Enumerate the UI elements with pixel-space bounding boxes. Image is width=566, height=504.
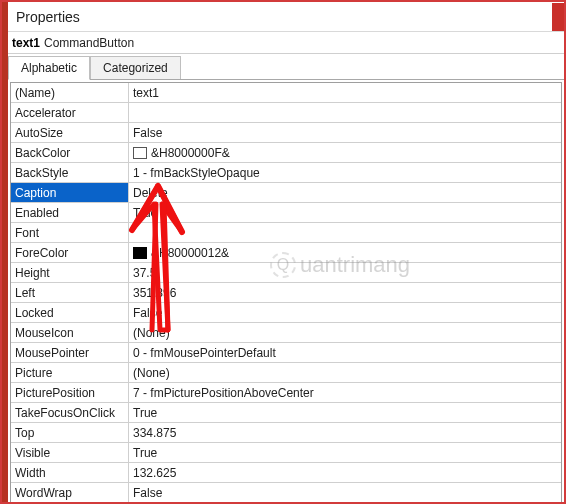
prop-name: Font — [11, 223, 129, 242]
color-swatch-icon — [133, 147, 147, 159]
prop-row-backstyle[interactable]: BackStyle 1 - fmBackStyleOpaque — [11, 163, 561, 183]
prop-row-takefocus[interactable]: TakeFocusOnClick True — [11, 403, 561, 423]
prop-row-picture[interactable]: Picture (None) — [11, 363, 561, 383]
prop-value[interactable]: 37.5 — [129, 263, 561, 282]
prop-name: Picture — [11, 363, 129, 382]
prop-row-pictureposition[interactable]: PicturePosition 7 - fmPicturePositionAbo… — [11, 383, 561, 403]
prop-row-width[interactable]: Width 132.625 — [11, 463, 561, 483]
prop-value[interactable]: 132.625 — [129, 463, 561, 482]
prop-row-visible[interactable]: Visible True — [11, 443, 561, 463]
prop-name: Locked — [11, 303, 129, 322]
prop-row-backcolor[interactable]: BackColor &H8000000F& — [11, 143, 561, 163]
properties-grid: (Name) text1 Accelerator AutoSize False … — [10, 82, 562, 504]
prop-row-locked[interactable]: Locked False — [11, 303, 561, 323]
prop-name: MousePointer — [11, 343, 129, 362]
prop-name: Left — [11, 283, 129, 302]
prop-name: MouseIcon — [11, 323, 129, 342]
prop-value[interactable]: text1 — [129, 83, 561, 102]
prop-name: BackStyle — [11, 163, 129, 182]
prop-value[interactable]: False — [129, 303, 561, 322]
prop-row-mousepointer[interactable]: MousePointer 0 - fmMousePointerDefault — [11, 343, 561, 363]
prop-value[interactable]: 7 - fmPicturePositionAboveCenter — [129, 383, 561, 402]
prop-row-name[interactable]: (Name) text1 — [11, 83, 561, 103]
prop-value[interactable] — [129, 103, 561, 122]
prop-name: Caption — [11, 183, 129, 202]
tab-alphabetic[interactable]: Alphabetic — [8, 56, 90, 80]
prop-row-accelerator[interactable]: Accelerator — [11, 103, 561, 123]
tab-categorized[interactable]: Categorized — [90, 56, 181, 79]
titlebar[interactable]: Properties — [8, 2, 564, 32]
prop-row-forecolor[interactable]: ForeColor &H80000012& — [11, 243, 561, 263]
prop-value[interactable]: &H80000012& — [129, 243, 561, 262]
window-title: Properties — [16, 9, 80, 25]
prop-value[interactable]: (None) — [129, 323, 561, 342]
prop-value[interactable]: False — [129, 123, 561, 142]
prop-row-height[interactable]: Height 37.5 — [11, 263, 561, 283]
properties-window: Properties text1 CommandButton Alphabeti… — [8, 2, 564, 504]
prop-value[interactable]: 334.875 — [129, 423, 561, 442]
prop-name: Height — [11, 263, 129, 282]
color-swatch-icon — [133, 247, 147, 259]
prop-value-text: &H8000000F& — [151, 146, 230, 160]
prop-row-font[interactable]: Font — [11, 223, 561, 243]
prop-value-text: &H80000012& — [151, 246, 229, 260]
prop-value[interactable]: True — [129, 403, 561, 422]
prop-name: Enabled — [11, 203, 129, 222]
prop-name: Visible — [11, 443, 129, 462]
object-name: text1 — [12, 36, 40, 50]
prop-name: TakeFocusOnClick — [11, 403, 129, 422]
prop-value[interactable]: (None) — [129, 363, 561, 382]
prop-name: PicturePosition — [11, 383, 129, 402]
prop-name: Accelerator — [11, 103, 129, 122]
object-type: CommandButton — [44, 36, 134, 50]
prop-row-top[interactable]: Top 334.875 — [11, 423, 561, 443]
prop-row-caption[interactable]: Caption Delete — [11, 183, 561, 203]
prop-row-mouseicon[interactable]: MouseIcon (None) — [11, 323, 561, 343]
prop-value[interactable]: 1 - fmBackStyleOpaque — [129, 163, 561, 182]
prop-value[interactable] — [129, 223, 561, 242]
prop-row-enabled[interactable]: Enabled True — [11, 203, 561, 223]
prop-value[interactable]: 351.896 — [129, 283, 561, 302]
prop-name: (Name) — [11, 83, 129, 102]
prop-name: BackColor — [11, 143, 129, 162]
close-button[interactable] — [552, 3, 564, 31]
prop-value[interactable]: True — [129, 203, 561, 222]
object-selector[interactable]: text1 CommandButton — [8, 32, 564, 54]
prop-value[interactable]: 0 - fmMousePointerDefault — [129, 343, 561, 362]
prop-value[interactable]: False — [129, 483, 561, 503]
prop-name: Top — [11, 423, 129, 442]
prop-row-wordwrap[interactable]: WordWrap False — [11, 483, 561, 503]
prop-row-autosize[interactable]: AutoSize False — [11, 123, 561, 143]
prop-value[interactable]: Delete — [129, 183, 561, 202]
left-accent-bar — [2, 0, 8, 504]
prop-name: Width — [11, 463, 129, 482]
tab-bar: Alphabetic Categorized — [8, 54, 564, 80]
prop-name: WordWrap — [11, 483, 129, 503]
prop-name: ForeColor — [11, 243, 129, 262]
prop-value[interactable]: True — [129, 443, 561, 462]
prop-value[interactable]: &H8000000F& — [129, 143, 561, 162]
prop-name: AutoSize — [11, 123, 129, 142]
prop-row-left[interactable]: Left 351.896 — [11, 283, 561, 303]
